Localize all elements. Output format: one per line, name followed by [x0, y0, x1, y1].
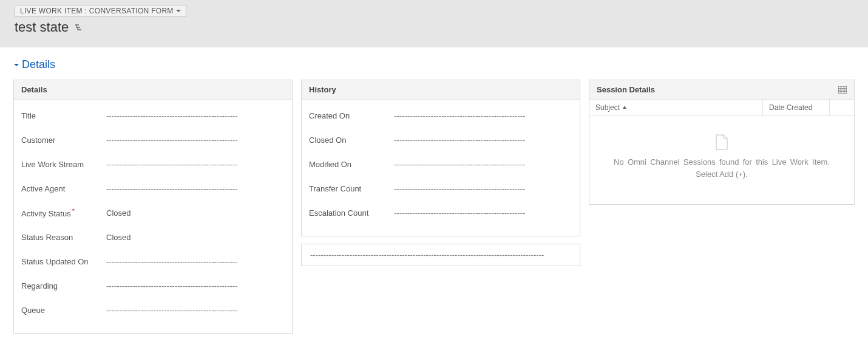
- field-row: Customer--------------------------------…: [21, 128, 285, 152]
- form-header: LIVE WORK ITEM : CONVERSATION FORM test …: [0, 0, 868, 47]
- field-row: Closed On-------------------------------…: [309, 128, 572, 152]
- field-row: Live Work Stream------------------------…: [21, 152, 285, 176]
- field-value[interactable]: Closed: [106, 208, 285, 218]
- field-label: Transfer Count: [309, 184, 394, 193]
- field-row: Status ReasonClosed: [21, 225, 285, 249]
- field-value[interactable]: ----------------------------------------…: [106, 111, 285, 120]
- field-row: Created On------------------------------…: [309, 103, 572, 128]
- field-label: Active Agent: [21, 184, 106, 193]
- required-mark-icon: *: [72, 207, 75, 215]
- sort-asc-icon: [622, 105, 627, 110]
- field-label: Escalation Count: [309, 208, 394, 218]
- field-value[interactable]: Closed: [106, 233, 285, 242]
- field-value[interactable]: ----------------------------------------…: [106, 184, 285, 193]
- field-value[interactable]: ----------------------------------------…: [394, 136, 572, 145]
- field-label: Customer: [21, 136, 106, 145]
- field-value[interactable]: ----------------------------------------…: [106, 257, 285, 266]
- field-label: Created On: [309, 111, 394, 120]
- session-panel-header: Session Details: [589, 80, 854, 100]
- field-label: Modified On: [309, 160, 394, 169]
- form-selector[interactable]: LIVE WORK ITEM : CONVERSATION FORM: [15, 5, 186, 17]
- notes-box[interactable]: ----------------------------------------…: [301, 244, 580, 266]
- field-label: Regarding: [21, 281, 106, 290]
- field-value[interactable]: ----------------------------------------…: [394, 208, 572, 218]
- field-label: Title: [21, 111, 106, 120]
- field-value[interactable]: ----------------------------------------…: [394, 160, 572, 169]
- session-panel-title: Session Details: [597, 85, 655, 94]
- record-title: test state: [15, 19, 69, 35]
- field-value[interactable]: ----------------------------------------…: [106, 306, 285, 315]
- section-title: Details: [22, 58, 55, 71]
- history-panel-header: History: [302, 80, 580, 100]
- history-column: History Created On----------------------…: [301, 80, 580, 266]
- field-value[interactable]: ----------------------------------------…: [106, 281, 285, 290]
- field-row: Regarding-------------------------------…: [21, 273, 285, 298]
- field-row: Active Agent----------------------------…: [21, 176, 285, 201]
- field-row: Status Updated On-----------------------…: [21, 249, 285, 273]
- grid-column-subject[interactable]: Subject: [589, 100, 763, 115]
- field-row: Escalation Count------------------------…: [309, 201, 572, 225]
- grid-empty-state: No Omni Channel Sessions found for this …: [589, 116, 854, 204]
- file-icon: [715, 134, 728, 150]
- field-value[interactable]: ----------------------------------------…: [106, 136, 285, 145]
- hierarchy-icon[interactable]: [75, 23, 84, 32]
- details-panel: Details Title---------------------------…: [13, 80, 293, 334]
- field-label: Live Work Stream: [21, 160, 106, 169]
- details-panel-title: Details: [21, 85, 47, 94]
- details-panel-header: Details: [14, 80, 292, 100]
- grid-column-subject-label: Subject: [595, 103, 620, 112]
- field-value[interactable]: ----------------------------------------…: [106, 160, 285, 169]
- session-details-panel: Session Details Subject: [589, 80, 855, 205]
- grid-empty-message: No Omni Channel Sessions found for this …: [614, 156, 830, 180]
- grid-view-icon[interactable]: [838, 86, 847, 94]
- field-row: Activity Status*Closed: [21, 201, 285, 225]
- collapse-icon: [13, 62, 19, 68]
- field-value[interactable]: ----------------------------------------…: [394, 111, 572, 120]
- caret-down-icon: [176, 9, 181, 13]
- field-row: Queue-----------------------------------…: [21, 298, 285, 322]
- grid-column-date-created[interactable]: Date Created: [763, 100, 830, 115]
- form-body: Details Details Title-------------------…: [0, 47, 868, 347]
- field-row: Transfer Count--------------------------…: [309, 176, 572, 201]
- field-row: Title-----------------------------------…: [21, 103, 285, 128]
- field-label: Status Reason: [21, 233, 106, 242]
- svg-rect-0: [838, 86, 847, 94]
- field-label: Queue: [21, 306, 106, 315]
- field-label: Activity Status*: [21, 207, 106, 218]
- history-panel-title: History: [309, 85, 336, 94]
- history-panel: History Created On----------------------…: [301, 80, 580, 236]
- field-row: Modified On-----------------------------…: [309, 152, 572, 176]
- section-toggle-details[interactable]: Details: [13, 58, 855, 71]
- field-value[interactable]: ----------------------------------------…: [394, 184, 572, 193]
- field-label: Closed On: [309, 136, 394, 145]
- field-label: Status Updated On: [21, 257, 106, 266]
- grid-column-spacer: [830, 100, 854, 115]
- grid-column-date-label: Date Created: [769, 103, 812, 112]
- grid-header-row: Subject Date Created: [589, 100, 854, 116]
- form-selector-label: LIVE WORK ITEM : CONVERSATION FORM: [20, 7, 174, 15]
